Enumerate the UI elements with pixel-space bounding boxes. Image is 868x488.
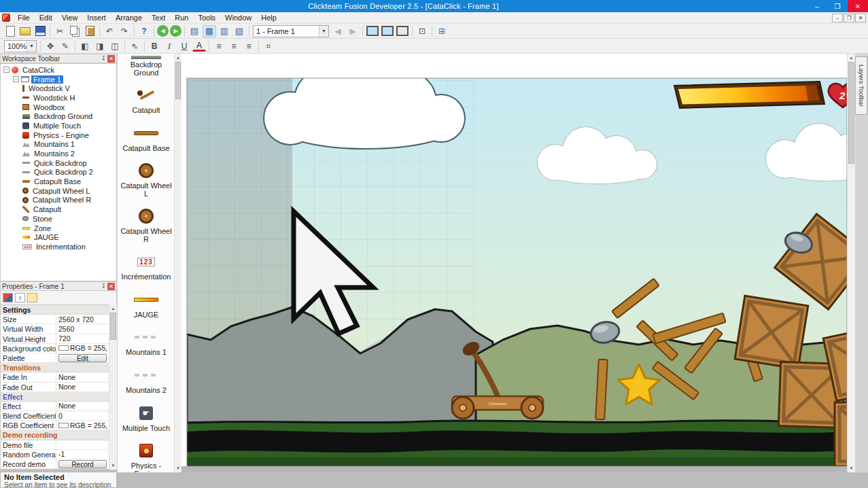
tree-item-jauge[interactable]: JAUGE (1, 232, 116, 242)
scroll-down-icon[interactable]: ▼ (175, 464, 181, 472)
property-value[interactable]: 2560 x 720 (56, 315, 109, 324)
property-value[interactable]: 720 (56, 334, 109, 343)
menu-edit[interactable]: Edit (35, 12, 57, 24)
menu-file[interactable]: File (13, 12, 35, 24)
next-frame-button[interactable]: ▶ (346, 25, 360, 37)
property-value[interactable]: 2560 (56, 324, 109, 333)
mdi-close-button[interactable]: ✕ (855, 14, 866, 22)
open-icon[interactable] (18, 25, 32, 37)
menu-view[interactable]: View (57, 12, 83, 24)
italic-button[interactable]: I (162, 40, 176, 52)
frame-editor-icon[interactable]: ▦ (203, 25, 216, 37)
tree-item-catapult-wheel-l[interactable]: Catapult Wheel L (1, 186, 116, 196)
copy-icon[interactable] (68, 25, 82, 37)
run-frame-icon[interactable] (381, 25, 394, 37)
previous-frame-button[interactable]: ◀ (331, 25, 345, 37)
expand-collapse-icon[interactable]: − (13, 76, 19, 82)
library-item-incr-mentation[interactable]: 123Incrémentation (118, 252, 175, 281)
stop-icon[interactable] (396, 25, 409, 37)
property-value[interactable]: RGB = 255, 255, (56, 344, 109, 353)
properties-scrollbar[interactable]: ▲ ▼ (109, 304, 117, 470)
chevron-down-icon[interactable]: ▼ (319, 26, 328, 37)
properties-tab-about[interactable]: i (15, 293, 25, 302)
library-item-mountains-2[interactable]: Mountains 2 (118, 366, 175, 395)
pin-icon[interactable]: ↧ (101, 283, 106, 290)
tree-item-mountains-2[interactable]: Mountains 2 (1, 149, 116, 158)
tree-item-cataclick[interactable]: −CataClick (1, 65, 116, 75)
property-value[interactable]: Record (56, 459, 109, 468)
edit-button[interactable]: Edit (58, 354, 107, 362)
layers-toolbar-tab[interactable]: Layers Toolbar (855, 56, 867, 115)
cut-icon[interactable]: ✂ (53, 25, 67, 37)
properties-close-icon[interactable]: ✕ (107, 283, 115, 290)
property-value[interactable]: None (56, 383, 109, 391)
menu-run[interactable]: Run (170, 12, 193, 24)
frame-editor-canvas[interactable]: Clickteam (181, 54, 847, 472)
grab-icon[interactable]: ✥ (44, 40, 57, 52)
color-swatch[interactable] (58, 345, 69, 351)
zoom-region-icon[interactable]: ⌗ (262, 40, 275, 52)
mdi-restore-button[interactable]: ❐ (844, 14, 854, 22)
library-item-catapult-wheel-l[interactable]: Catapult Wheel L (118, 161, 175, 198)
library-item-physics-engine[interactable]: Physics - Engine (118, 441, 175, 472)
library-item-catapult-wheel-r[interactable]: Catapult Wheel R (118, 207, 175, 243)
library-item-multiple-touch[interactable]: ☛Multiple Touch (118, 404, 175, 433)
tree-item-backdrop-ground[interactable]: Backdrop Ground (1, 111, 116, 121)
game-scene[interactable]: Clickteam (187, 60, 847, 466)
minimize-button[interactable]: – (807, 0, 827, 12)
underline-button[interactable]: U (177, 40, 191, 52)
event-editor-icon[interactable]: ▥ (218, 25, 231, 37)
color-swatch[interactable] (58, 423, 69, 428)
tree-item-incr-mentation[interactable]: 123Incrémentation (1, 242, 116, 251)
tree-item-mountains-1[interactable]: Mountains 1 (1, 140, 116, 150)
mdi-minimize-button[interactable]: – (832, 14, 843, 22)
run-application-icon[interactable] (366, 25, 379, 37)
maximize-button[interactable]: ❐ (827, 0, 848, 12)
tree-item-woodstick-h[interactable]: Woodstick H (1, 93, 116, 103)
property-value[interactable]: Edit (56, 353, 109, 362)
text-color-button[interactable]: A (192, 41, 206, 52)
tree-item-catapult-wheel-r[interactable]: Catapult Wheel R (1, 196, 116, 205)
scrollbar-thumb[interactable] (175, 62, 181, 99)
menu-text[interactable]: Text (147, 12, 170, 24)
build-icon[interactable]: ⊞ (435, 25, 449, 37)
align-left-button[interactable]: ≡ (212, 40, 226, 52)
library-item-catapult-base[interactable]: Catapult Base (118, 124, 175, 153)
align-right-button[interactable]: ≡ (242, 40, 256, 52)
canvas-vertical-scrollbar[interactable]: ▲ ▼ (847, 54, 855, 472)
scroll-up-icon[interactable]: ▲ (175, 54, 181, 62)
storyboard-editor-icon[interactable]: ▤ (188, 25, 201, 37)
library-pane-icon[interactable]: ◫ (108, 40, 122, 52)
tree-item-woodbox[interactable]: Woodbox (1, 103, 116, 112)
tree-item-physics-engine[interactable]: Physics - Engine (1, 130, 116, 140)
health-gauge[interactable] (674, 82, 824, 108)
property-value[interactable]: None (56, 402, 109, 411)
select-tool-icon[interactable]: ⇖ (128, 40, 141, 52)
ink-icon[interactable]: ✎ (58, 40, 72, 52)
close-button[interactable]: ✕ (848, 0, 868, 12)
tree-item-quick-backdrop[interactable]: Quick Backdrop (1, 158, 116, 168)
expand-collapse-icon[interactable]: − (3, 67, 10, 73)
help-icon[interactable]: ? (137, 25, 151, 37)
paste-icon[interactable] (83, 25, 97, 37)
scroll-down-icon[interactable]: ▼ (109, 461, 117, 470)
scrollbar-thumb[interactable] (110, 313, 116, 340)
undo-icon[interactable]: ↶ (103, 25, 116, 37)
tree-item-catapult[interactable]: Catapult (1, 205, 116, 214)
property-value[interactable]: RGB = 255, 255, (56, 421, 109, 430)
property-value[interactable] (56, 440, 109, 449)
bold-button[interactable]: B (147, 40, 161, 52)
properties-tab-comments[interactable] (27, 293, 37, 302)
property-value[interactable]: None (56, 372, 109, 381)
record-button[interactable]: Record (58, 460, 107, 468)
menu-insert[interactable]: Insert (82, 12, 111, 24)
tree-item-woodstick-v[interactable]: Woodstick V (1, 84, 116, 93)
workspace-pane-icon[interactable]: ◧ (78, 40, 92, 52)
tree-item-zone[interactable]: Zone (1, 224, 116, 233)
menu-arrange[interactable]: Arrange (111, 12, 147, 24)
zoom-selector[interactable]: 100% ▼ (4, 40, 37, 52)
library-item-backdrop-ground[interactable]: Backdrop Ground (118, 54, 175, 77)
library-scrollbar[interactable]: ▲ ▼ (174, 54, 181, 472)
property-value[interactable]: 0 (56, 411, 109, 420)
library-item-mountains-1[interactable]: Mountains 1 (118, 328, 175, 357)
